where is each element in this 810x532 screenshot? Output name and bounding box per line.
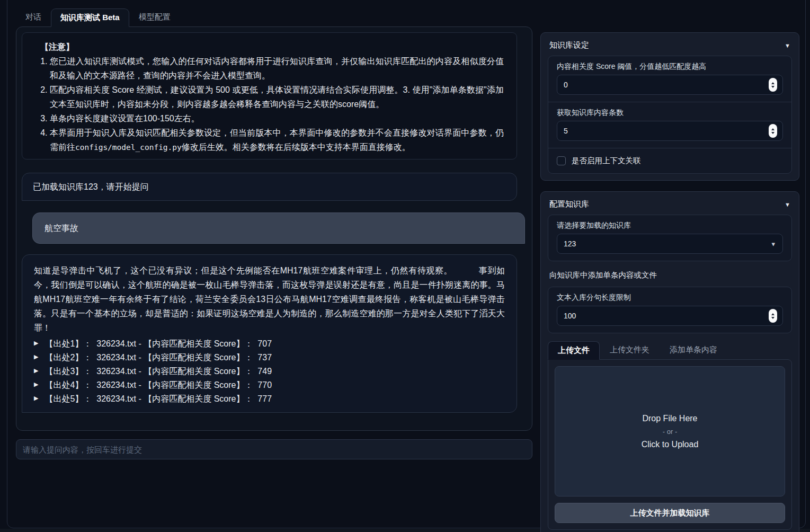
user-message-text: 航空事故 <box>44 224 78 233</box>
notice-item-text: 修改后生效。相关参数将在后续版本中支持本界面直接修改。 <box>182 143 411 152</box>
right-column: 知识库设定 ▼ 内容相关度 Score 阈值，分值越低匹配度越高 获取知识库内容… <box>540 32 799 532</box>
source-text: 【出处2】： 326234.txt - 【内容匹配相关度 Score】： 737 <box>44 352 272 362</box>
kb-select-section: 请选择要加载的知识库 123 ▾ <box>548 215 791 261</box>
tab-chat[interactable]: 对话 <box>16 8 51 26</box>
file-drop-zone[interactable]: Drop File Here - or - Click to Upload <box>555 366 785 496</box>
score-threshold-input[interactable] <box>564 81 769 89</box>
tab-upload-file[interactable]: 上传文件 <box>548 341 600 360</box>
drop-zone-click-text: Click to Upload <box>642 438 699 451</box>
collapse-caret-icon: ▼ <box>785 201 790 208</box>
notice-item-code: configs/model_config.py <box>75 143 182 152</box>
source-details-1[interactable]: ▶ 【出处1】： 326234.txt - 【内容匹配相关度 Score】： 7… <box>34 339 505 349</box>
bot-message-text: 已加载知识库123，请开始提问 <box>33 182 149 191</box>
tab-model-config[interactable]: 模型配置 <box>129 8 180 26</box>
left-column: 【注意】 您已进入知识库测试模式，您输入的任何对话内容都将用于进行知识库查询，并… <box>16 26 532 459</box>
number-spinner-icon[interactable] <box>769 78 777 92</box>
context-check-row: 是否启用上下文关联 <box>548 148 791 173</box>
split-length-section: 文本入库分句长度限制 <box>548 287 791 333</box>
tab-upload-folder[interactable]: 上传文件夹 <box>600 341 660 359</box>
source-details-3[interactable]: ▶ 【出处3】： 326234.txt - 【内容匹配相关度 Score】： 7… <box>34 366 505 376</box>
upload-tabbar: 上传文件 上传文件夹 添加单条内容 <box>548 341 792 359</box>
chat-input-wrap <box>16 439 532 459</box>
split-length-label: 文本入库分句长度限制 <box>557 292 783 302</box>
kb-select-group: 请选择要加载的知识库 123 ▾ <box>548 215 792 261</box>
tab-add-single-content[interactable]: 添加单条内容 <box>660 341 727 359</box>
kb-config-accordion: 配置知识库 ▼ 请选择要加载的知识库 123 ▾ 向知识库中添加单条内容或文件 <box>540 191 799 532</box>
upload-and-load-kb-button[interactable]: 上传文件并加载知识库 <box>555 503 785 523</box>
source-details-2[interactable]: ▶ 【出处2】： 326234.txt - 【内容匹配相关度 Score】： 7… <box>34 352 505 362</box>
notice-list: 您已进入知识库测试模式，您输入的任何对话内容都将用于进行知识库查询，并仅输出知识… <box>34 54 504 155</box>
score-threshold-input-wrap <box>557 75 783 95</box>
split-length-group: 文本入库分句长度限制 <box>548 287 792 333</box>
dropdown-caret-icon: ▾ <box>771 240 775 248</box>
bot-message: 已加载知识库123，请开始提问 <box>22 173 517 201</box>
expand-triangle-icon: ▶ <box>34 379 38 389</box>
top-tabbar: 对话 知识库测试 Beta 模型配置 <box>16 8 799 26</box>
source-text: 【出处5】： 326234.txt - 【内容匹配相关度 Score】： 777 <box>44 394 272 404</box>
context-checkbox[interactable] <box>557 156 566 165</box>
settings-accordion-title: 知识库设定 <box>549 40 589 50</box>
expand-triangle-icon: ▶ <box>34 393 38 403</box>
bot-message-text: 知道是导弹击中飞机了，这个已没有异议；但是这个先例能否在MH17航班空难案件审理… <box>34 263 505 335</box>
kb-select-label: 请选择要加载的知识库 <box>557 220 783 230</box>
app: 对话 知识库测试 Beta 模型配置 【注意】 您已进入知识库测试模式，您输入的… <box>0 0 810 532</box>
split-length-input-wrap <box>557 306 783 326</box>
notice-box: 【注意】 您已进入知识库测试模式，您输入的任何对话内容都将用于进行知识库查询，并… <box>22 32 517 159</box>
expand-triangle-icon: ▶ <box>34 366 38 376</box>
source-list: ▶ 【出处1】： 326234.txt - 【内容匹配相关度 Score】： 7… <box>34 339 505 404</box>
number-spinner-icon[interactable] <box>769 309 777 323</box>
topk-input[interactable] <box>564 127 769 135</box>
kb-add-section-label: 向知识库中添加单条内容或文件 <box>549 270 790 280</box>
topk-input-wrap <box>557 121 783 141</box>
tab-knowledge-test[interactable]: 知识库测试 Beta <box>51 8 129 27</box>
split-length-input[interactable] <box>564 312 769 320</box>
notice-title: 【注意】 <box>40 40 504 54</box>
drop-zone-text: Drop File Here <box>642 412 697 425</box>
kb-config-accordion-title: 配置知识库 <box>549 199 589 209</box>
topk-label: 获取知识库内容条数 <box>557 108 783 117</box>
notice-item: 匹配内容相关度 Score 经测试，建议设置为 500 或更低，具体设置情况请结… <box>50 83 504 111</box>
bot-message: 知道是导弹击中飞机了，这个已没有异议；但是这个先例能否在MH17航班空难案件审理… <box>22 254 517 413</box>
settings-accordion-header[interactable]: 知识库设定 ▼ <box>548 38 792 51</box>
source-details-4[interactable]: ▶ 【出处4】： 326234.txt - 【内容匹配相关度 Score】： 7… <box>34 380 505 390</box>
expand-triangle-icon: ▶ <box>34 352 38 362</box>
settings-form-group: 内容相关度 Score 阈值，分值越低匹配度越高 获取知识库内容条数 <box>548 56 792 174</box>
score-threshold-section: 内容相关度 Score 阈值，分值越低匹配度越高 <box>548 56 791 102</box>
upload-tab-content: Drop File Here - or - Click to Upload 上传… <box>548 359 792 530</box>
expand-triangle-icon: ▶ <box>34 338 38 348</box>
kb-select-dropdown[interactable]: 123 ▾ <box>557 234 783 254</box>
source-details-5[interactable]: ▶ 【出处5】： 326234.txt - 【内容匹配相关度 Score】： 7… <box>34 394 505 404</box>
user-message: 航空事故 <box>32 212 525 244</box>
question-input[interactable] <box>16 439 532 459</box>
topk-section: 获取知识库内容条数 <box>548 102 791 148</box>
chat-panel: 【注意】 您已进入知识库测试模式，您输入的任何对话内容都将用于进行知识库查询，并… <box>16 26 532 431</box>
drop-zone-or-text: - or - <box>663 428 677 436</box>
source-text: 【出处1】： 326234.txt - 【内容匹配相关度 Score】： 707 <box>44 339 272 349</box>
content-row: 【注意】 您已进入知识库测试模式，您输入的任何对话内容都将用于进行知识库查询，并… <box>16 26 799 532</box>
collapse-caret-icon: ▼ <box>785 42 790 49</box>
notice-item: 您已进入知识库测试模式，您输入的任何对话内容都将用于进行知识库查询，并仅输出知识… <box>50 54 504 83</box>
kb-select-value: 123 <box>564 240 576 248</box>
context-checkbox-label: 是否启用上下文关联 <box>572 156 641 166</box>
source-text: 【出处3】： 326234.txt - 【内容匹配相关度 Score】： 749 <box>44 366 272 376</box>
notice-item: 单条内容长度建议设置在100-150左右。 <box>50 111 504 126</box>
source-text: 【出处4】： 326234.txt - 【内容匹配相关度 Score】： 770 <box>44 380 272 390</box>
score-threshold-label: 内容相关度 Score 阈值，分值越低匹配度越高 <box>557 61 783 71</box>
notice-item: 本界面用于知识入库及知识匹配相关参数设定，但当前版本中，本界面中修改的参数并不会… <box>50 126 504 155</box>
settings-accordion: 知识库设定 ▼ 内容相关度 Score 阈值，分值越低匹配度越高 获取知识库内容… <box>540 32 799 181</box>
kb-config-accordion-header[interactable]: 配置知识库 ▼ <box>548 197 792 210</box>
number-spinner-icon[interactable] <box>769 124 777 138</box>
